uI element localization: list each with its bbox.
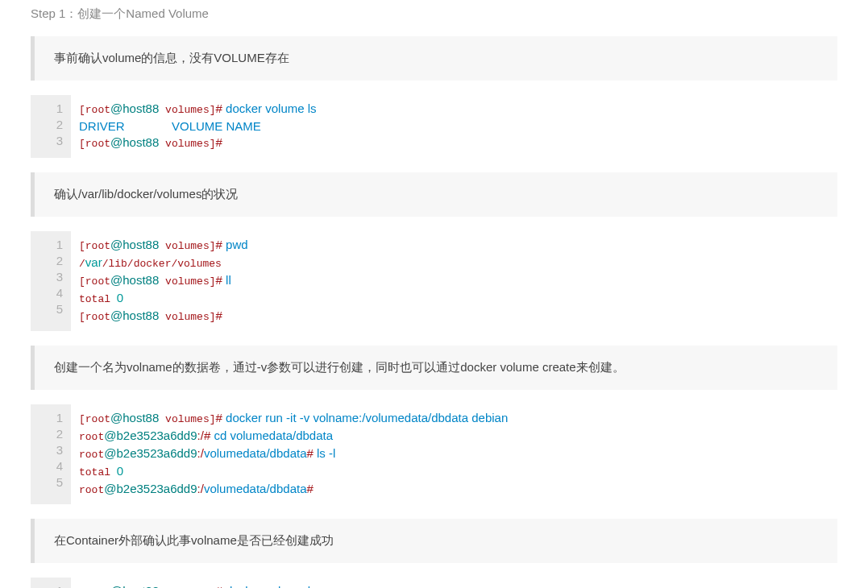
note-block: 创建一个名为volname的数据卷，通过-v参数可以进行创建，同时也可以通过do… bbox=[31, 346, 837, 390]
code-token: @host88 bbox=[110, 135, 159, 149]
code-token: [ bbox=[79, 275, 85, 288]
code-token: root bbox=[79, 431, 104, 443]
code-token: / bbox=[79, 258, 85, 270]
code-token: root bbox=[79, 449, 104, 461]
line-number: 1 bbox=[39, 101, 63, 117]
code-token: volumes bbox=[159, 311, 209, 323]
code-token: cd volumedata/dbdata bbox=[214, 429, 333, 442]
code-token: volumes bbox=[159, 104, 209, 116]
code-token: # bbox=[216, 135, 226, 149]
code-token: root bbox=[85, 311, 110, 323]
code-token: volumes bbox=[159, 240, 209, 252]
code-token: var bbox=[85, 255, 102, 269]
line-number: 2 bbox=[39, 117, 63, 133]
note-block: 在Container外部确认此事volname是否已经创建成功 bbox=[31, 519, 837, 563]
code-token: total bbox=[79, 466, 117, 478]
code-token: volumedata/dbdata bbox=[204, 482, 307, 495]
code-token: :/ bbox=[197, 446, 204, 460]
code-token: pwd bbox=[226, 238, 248, 251]
code-token: [ bbox=[79, 240, 85, 252]
code-area: [root@host88 volumes]# docker volume lsD… bbox=[71, 95, 837, 158]
code-line: root@b2e3523a6dd9:/volumedata/dbdata# ls… bbox=[79, 445, 829, 463]
code-line: [root@host88 volumes]# docker volume ls bbox=[79, 583, 829, 588]
code-token: # bbox=[307, 482, 318, 495]
code-area: [root@host88 volumes]# docker run -it -v… bbox=[71, 404, 837, 504]
line-number: 4 bbox=[39, 458, 63, 474]
code-token: @host88 bbox=[110, 238, 159, 251]
code-token: DRIVER VOLUME NAME bbox=[79, 119, 261, 133]
code-line: total 0 bbox=[79, 463, 829, 481]
line-number: 1 bbox=[39, 410, 63, 426]
code-line: total 0 bbox=[79, 290, 829, 308]
code-token: @host88 bbox=[110, 273, 159, 287]
code-token: # bbox=[216, 584, 226, 588]
code-token: volumedata/dbdata bbox=[204, 446, 307, 460]
code-token: # bbox=[216, 411, 226, 424]
line-number: 3 bbox=[39, 269, 63, 285]
code-token: /lib/docker/volumes bbox=[102, 258, 222, 270]
code-token: root bbox=[85, 138, 110, 150]
code-token: ] bbox=[210, 104, 216, 116]
code-token: ] bbox=[210, 138, 216, 150]
code-block: 12345[root@host88 volumes]# pwd/var/lib/… bbox=[31, 231, 837, 331]
code-token: [ bbox=[79, 104, 85, 116]
code-line: [root@host88 volumes]# docker run -it -v… bbox=[79, 410, 829, 428]
line-number: 4 bbox=[39, 285, 63, 301]
line-number: 5 bbox=[39, 474, 63, 491]
code-line: root@b2e3523a6dd9:/volumedata/dbdata# bbox=[79, 481, 829, 499]
code-token: # bbox=[204, 429, 214, 442]
code-block: 12345[root@host88 volumes]# docker run -… bbox=[31, 404, 837, 504]
code-token: root bbox=[85, 240, 110, 252]
code-token: [ bbox=[79, 311, 85, 323]
code-token: # bbox=[216, 238, 226, 251]
code-token: @host88 bbox=[110, 584, 159, 588]
code-token: # bbox=[216, 273, 226, 287]
code-block: 123[root@host88 volumes]# docker volume … bbox=[31, 95, 837, 158]
code-token: volumes bbox=[159, 413, 209, 425]
code-token: @b2e3523a6dd9 bbox=[104, 446, 197, 460]
line-gutter: 12345 bbox=[31, 404, 71, 504]
code-token: 0 bbox=[117, 464, 123, 478]
code-area: [root@host88 volumes]# pwd/var/lib/docke… bbox=[71, 231, 837, 331]
note-block: 事前确认volume的信息，没有VOLUME存在 bbox=[31, 36, 837, 81]
code-area: [root@host88 volumes]# docker volume lsD… bbox=[71, 578, 837, 588]
code-token: total bbox=[79, 293, 117, 305]
line-gutter: 1234 bbox=[31, 578, 71, 588]
line-number: 3 bbox=[39, 133, 63, 149]
code-token: volumes bbox=[159, 138, 209, 150]
code-token: docker volume ls bbox=[226, 584, 317, 588]
code-token: @b2e3523a6dd9 bbox=[104, 429, 197, 442]
content-area: 事前确认volume的信息，没有VOLUME存在123[root@host88 … bbox=[31, 36, 837, 588]
code-token: # bbox=[307, 446, 318, 460]
code-token: ] bbox=[210, 413, 216, 425]
code-block: 1234[root@host88 volumes]# docker volume… bbox=[31, 578, 837, 588]
code-line: DRIVER VOLUME NAME bbox=[79, 118, 829, 135]
line-number: 1 bbox=[39, 583, 63, 588]
code-token: root bbox=[85, 275, 110, 288]
code-token: ] bbox=[210, 275, 216, 288]
code-token: :/ bbox=[197, 482, 204, 495]
code-line: [root@host88 volumes]# bbox=[79, 135, 829, 152]
code-token: [ bbox=[79, 138, 85, 150]
line-number: 3 bbox=[39, 442, 63, 458]
line-number: 5 bbox=[39, 301, 63, 317]
code-token: # bbox=[216, 308, 226, 322]
code-token: # bbox=[216, 101, 226, 115]
line-gutter: 12345 bbox=[31, 231, 71, 331]
code-token: ll bbox=[226, 273, 231, 287]
code-token: docker run -it -v volname:/volumedata/db… bbox=[226, 411, 508, 424]
code-token: root bbox=[85, 413, 110, 425]
code-token: @host88 bbox=[110, 101, 159, 115]
code-token: ] bbox=[210, 311, 216, 323]
code-token: docker volume ls bbox=[226, 101, 317, 115]
code-token: :/ bbox=[197, 429, 204, 442]
code-line: [root@host88 volumes]# pwd bbox=[79, 237, 829, 255]
code-token: @host88 bbox=[110, 411, 159, 424]
code-token: @b2e3523a6dd9 bbox=[104, 482, 197, 495]
code-line: root@b2e3523a6dd9:/# cd volumedata/dbdat… bbox=[79, 428, 829, 445]
code-token: ] bbox=[210, 240, 216, 252]
code-token: root bbox=[85, 104, 110, 116]
code-line: [root@host88 volumes]# docker volume ls bbox=[79, 101, 829, 118]
code-line: [root@host88 volumes]# bbox=[79, 308, 829, 325]
line-number: 2 bbox=[39, 253, 63, 269]
